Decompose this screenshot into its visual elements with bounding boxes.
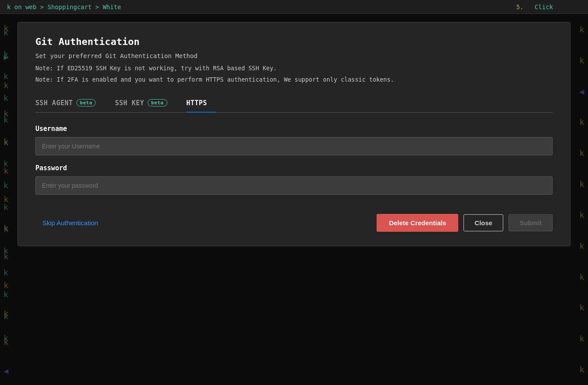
top-breadcrumb-bar: k on web > Shoppingcart > White 5. Click [0,0,588,14]
tab-ssh-agent[interactable]: SSH AGENT beta [35,95,104,112]
password-input[interactable] [35,176,553,195]
dialog-note-2: Note: If 2FA is enabled and you want to … [35,75,553,84]
ssh-key-beta-badge: beta [148,99,167,107]
dialog-note-1: Note: If ED25519 SSH Key is not working,… [35,64,553,72]
username-label: Username [35,125,553,133]
password-label: Password [35,164,553,172]
tab-ssh-key-label: SSH KEY [115,99,144,107]
tab-https[interactable]: HTTPS [187,95,216,112]
dialog-subtitle: Set your preferred Git Authentication Me… [35,52,553,59]
submit-button[interactable]: Submit [508,214,553,231]
close-button[interactable]: Close [463,214,503,231]
username-input[interactable] [35,137,553,155]
git-auth-dialog: Git Authentication Set your preferred Gi… [17,22,571,246]
dialog-buttons: Skip Authentication Delete Credentials C… [35,214,553,232]
dialog-title: Git Authentication [35,36,553,47]
skip-authentication-button[interactable]: Skip Authentication [35,215,105,231]
ssh-agent-beta-badge: beta [76,99,96,107]
tab-ssh-key[interactable]: SSH KEY beta [115,95,176,112]
delete-credentials-button[interactable]: Delete Credentials [377,214,458,232]
breadcrumb: k on web > Shoppingcart > White [7,3,121,10]
auth-form: Username Password [35,125,553,203]
step-number: 5. Click [516,3,553,10]
tab-https-label: HTTPS [187,99,208,107]
tab-ssh-agent-label: SSH AGENT [35,99,73,107]
auth-tabs: SSH AGENT beta SSH KEY beta HTTPS [35,95,553,113]
